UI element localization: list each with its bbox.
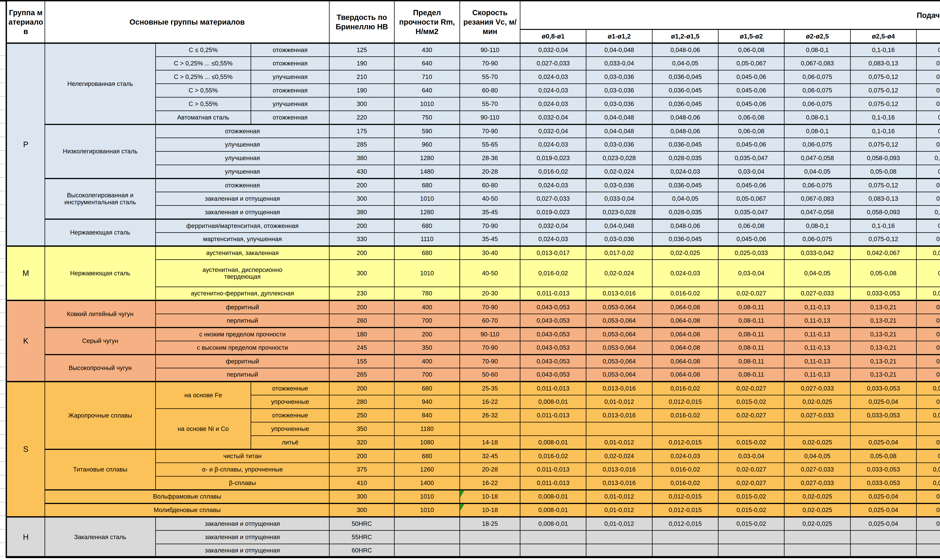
feed-value-cell[interactable] (520, 544, 586, 558)
feed-value-cell[interactable]: 0,015-0,02 (718, 503, 784, 517)
hardness-hb-cell[interactable]: 430 (329, 165, 394, 178)
feed-value-cell[interactable]: 0,033-0,053 (850, 476, 916, 490)
feed-value-cell[interactable]: 0,053-0,064 (586, 314, 652, 328)
feed-value-cell[interactable]: 0,033-0,053 (850, 382, 916, 395)
feed-value-cell[interactable]: 0,13-0,21 (850, 341, 916, 355)
feed-value-cell[interactable]: 0,083-0,13 (850, 192, 916, 206)
feed-value-cell[interactable] (784, 544, 850, 558)
feed-value-cell[interactable]: 0,03-0,036 (586, 84, 652, 97)
feed-value-cell[interactable]: 0,06-0,08 (718, 219, 784, 233)
feed-value-cell[interactable]: 0,04-0,05 (916, 490, 940, 503)
feed-value-cell[interactable]: 0,032-0,04 (520, 43, 586, 57)
cutting-speed-cell[interactable]: 30-40 (460, 246, 520, 260)
feed-value-cell[interactable]: 0,036-0,045 (652, 138, 718, 151)
cutting-speed-cell[interactable] (460, 422, 520, 436)
diameter-col-header[interactable]: ø1-ø1,2 (586, 29, 652, 43)
feed-value-cell[interactable]: 0,012-0,015 (652, 503, 718, 517)
feed-value-cell[interactable]: 0,013-0,016 (586, 382, 652, 395)
strength-rm-cell[interactable] (394, 531, 460, 544)
feed-value-cell[interactable]: 0,04-0,05 (916, 503, 940, 517)
feed-value-cell[interactable]: 0,02-0,025 (784, 503, 850, 517)
cutting-speed-cell[interactable]: 18-25 (460, 517, 520, 531)
feed-value-cell[interactable]: 0,016-0,02 (652, 287, 718, 300)
feed-value-cell[interactable] (520, 422, 586, 436)
strength-rm-cell[interactable]: 640 (394, 84, 460, 97)
hardness-hb-cell[interactable]: 155 (329, 355, 394, 368)
sub-group-cell[interactable]: Автоматная сталь (156, 111, 251, 125)
strength-rm-cell[interactable]: 1400 (394, 476, 460, 490)
feed-value-cell[interactable]: 0,04-0,05 (916, 517, 940, 531)
feed-value-cell[interactable]: 0,042-0,067 (850, 246, 916, 260)
feed-value-cell[interactable]: 0,12-0,15 (916, 84, 940, 97)
material-name-cell[interactable]: Нержавеющая сталь (45, 219, 156, 246)
feed-value-cell[interactable]: 0,075-0,12 (850, 138, 916, 151)
hardness-hb-cell[interactable]: 200 (329, 178, 394, 192)
feed-value-cell[interactable]: 0,028-0,035 (652, 206, 718, 219)
feed-value-cell[interactable]: 0,13-0,17 (916, 192, 940, 206)
feed-value-cell[interactable]: 0,053-0,067 (916, 409, 940, 422)
condition-cell[interactable]: улучшенная (156, 138, 329, 151)
strength-rm-cell[interactable]: 780 (394, 287, 460, 300)
feed-value-cell[interactable]: 0,012-0,015 (652, 490, 718, 503)
feed-value-cell[interactable]: 0,024-0,03 (652, 260, 718, 287)
feed-value-cell[interactable]: 0,13-0,21 (850, 300, 916, 314)
hardness-hb-cell[interactable]: 125 (329, 43, 394, 57)
condition-cell[interactable]: закаленная и отпущенная (156, 192, 329, 206)
condition-cell[interactable]: упрочненные (251, 422, 329, 436)
feed-value-cell[interactable]: 0,027-0,033 (520, 192, 586, 206)
material-name-cell[interactable]: Серый чугун (45, 328, 156, 355)
feed-value-cell[interactable]: 0,01-0,012 (586, 395, 652, 409)
feed-value-cell[interactable]: 0,023-0,028 (586, 206, 652, 219)
feed-value-cell[interactable] (916, 544, 940, 558)
feed-value-cell[interactable]: 0,036-0,045 (652, 70, 718, 84)
material-name-cell[interactable]: Жаропрочные сплавы (45, 382, 156, 449)
feed-value-cell[interactable]: 0,019-0,023 (520, 206, 586, 219)
strength-rm-cell[interactable]: 1010 (394, 192, 460, 206)
feed-value-cell[interactable]: 0,033-0,04 (586, 192, 652, 206)
condition-cell[interactable]: мартенситная, улучшенная (156, 233, 329, 246)
condition-cell[interactable]: с высоким пределом прочности (156, 341, 329, 355)
feed-value-cell[interactable]: 0,02-0,024 (586, 165, 652, 178)
feed-value-cell[interactable]: 0,027-0,033 (784, 287, 850, 300)
diameter-col-header[interactable]: ø0,8-ø1 (520, 29, 586, 43)
feed-value-cell[interactable]: 0,02-0,024 (586, 260, 652, 287)
strength-rm-cell[interactable]: 1260 (394, 463, 460, 476)
feed-value-cell[interactable]: 0,04-0,05 (784, 260, 850, 287)
feed-value-cell[interactable]: 0,21-0,27 (916, 341, 940, 355)
feed-value-cell[interactable]: 0,013-0,016 (586, 463, 652, 476)
feed-value-cell[interactable]: 0,01-0,012 (586, 490, 652, 503)
sub-group-cell[interactable]: C ≤ 0,25% (156, 43, 251, 57)
hardness-hb-cell[interactable]: 230 (329, 287, 394, 300)
hardness-hb-cell[interactable]: 300 (329, 490, 394, 503)
diameter-col-header[interactable]: ø1,2-ø1,5 (652, 29, 718, 43)
condition-cell[interactable]: отожженная (251, 43, 329, 57)
feed-value-cell[interactable]: 0,016-0,02 (652, 476, 718, 490)
feed-value-cell[interactable]: 0,04-0,048 (586, 111, 652, 125)
feed-value-cell[interactable]: 0,013-0,017 (520, 246, 586, 260)
cutting-speed-cell[interactable]: 55-65 (460, 138, 520, 151)
strength-rm-cell[interactable]: 680 (394, 382, 460, 395)
cutting-speed-cell[interactable]: 70-90 (460, 125, 520, 138)
strength-rm-cell[interactable]: 1010 (394, 503, 460, 517)
feed-value-cell[interactable]: 0,12-0,15 (916, 178, 940, 192)
hardness-hb-cell[interactable]: 190 (329, 57, 394, 70)
feed-value-cell[interactable]: 0,053-0,064 (586, 300, 652, 314)
condition-cell[interactable]: отожженные (251, 409, 329, 422)
feed-value-cell[interactable]: 0,033-0,042 (784, 246, 850, 260)
cutting-speed-cell[interactable]: 20-30 (460, 287, 520, 300)
feed-value-cell[interactable]: 0,02-0,027 (718, 287, 784, 300)
feed-value-cell[interactable]: 0,06-0,08 (718, 43, 784, 57)
feed-value-cell[interactable]: 0,019-0,023 (520, 151, 586, 165)
condition-cell[interactable]: отожженная (156, 178, 329, 192)
cutting-speed-cell[interactable]: 55-70 (460, 97, 520, 111)
feed-value-cell[interactable]: 0,04-0,05 (916, 436, 940, 449)
feed-value-cell[interactable]: 0,013-0,016 (586, 287, 652, 300)
material-name-cell[interactable]: Ковкий литейный чугун (45, 300, 156, 328)
strength-rm-cell[interactable]: 680 (394, 449, 460, 463)
feed-value-cell[interactable]: 0,015-0,02 (718, 490, 784, 503)
strength-rm-cell[interactable]: 350 (394, 341, 460, 355)
hardness-hb-cell[interactable]: 350 (329, 422, 394, 436)
condition-cell[interactable]: улучшенная (156, 151, 329, 165)
hardness-hb-cell[interactable]: 280 (329, 395, 394, 409)
feed-value-cell[interactable]: 0,033-0,04 (586, 57, 652, 70)
